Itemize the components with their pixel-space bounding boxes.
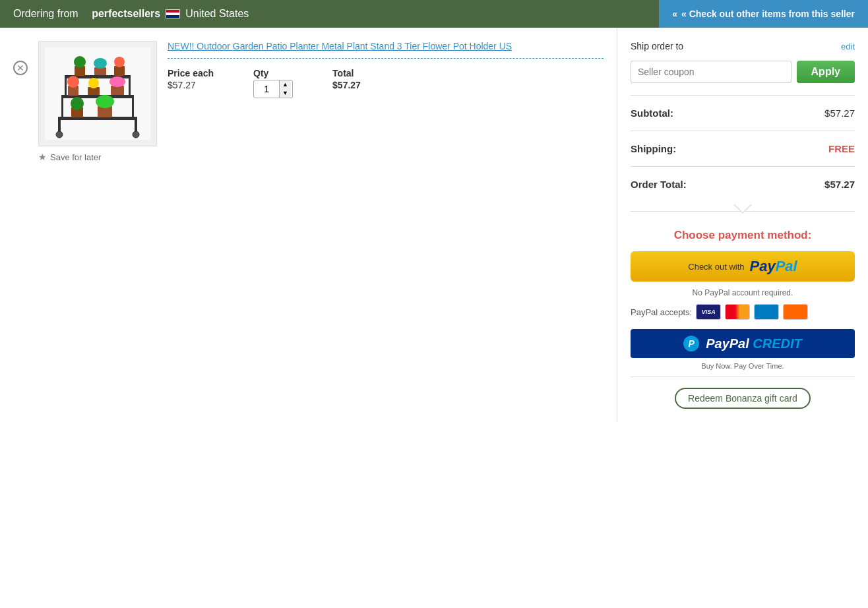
paypal-pay-text: Pay (750, 258, 776, 274)
us-flag-icon (166, 9, 180, 18)
paypal-text-white: PayPal (706, 336, 753, 351)
country-label: United States (185, 8, 249, 20)
check-out-other-items-link[interactable]: « Check out other items from this seller (659, 0, 868, 28)
subtotal-label: Subtotal: (631, 107, 673, 119)
qty-decrease-button[interactable]: ▼ (280, 89, 291, 98)
svg-point-17 (67, 76, 79, 88)
edit-ship-to-link[interactable]: edit (841, 42, 855, 51)
paypal-pal-text: Pal (776, 258, 797, 274)
subtotal-value: $57.27 (824, 107, 855, 119)
main-content: ✕ (0, 28, 868, 422)
apply-coupon-button[interactable]: Apply (797, 61, 855, 83)
redeem-gift-card-link[interactable]: Redeem Bonanza gift card (675, 388, 811, 409)
summary-divider-3 (631, 166, 855, 167)
triangle-divider (631, 204, 855, 216)
star-icon: ★ (38, 152, 47, 162)
coupon-row: Apply (631, 61, 855, 83)
svg-point-27 (114, 57, 125, 67)
triangle-shape (733, 204, 752, 214)
qty-label: Qty (253, 68, 293, 78)
no-paypal-account-text: No PayPal account required. (631, 288, 855, 297)
paypal-logo: PayPal (750, 258, 797, 275)
product-details: NEW!! Outdoor Garden Patio Planter Metal… (168, 41, 604, 98)
price-block: Price each $57.27 (168, 68, 214, 90)
paypal-accepts-label: PayPal accepts: (631, 307, 692, 317)
product-pricing: Price each $57.27 Qty ▲ ▼ (168, 68, 604, 98)
save-for-later-label: Save for later (50, 152, 101, 162)
svg-point-5 (133, 131, 139, 138)
order-total-row: Order Total: $57.27 (631, 173, 855, 195)
visa-icon: VISA (696, 304, 721, 320)
product-title-link[interactable]: NEW!! Outdoor Garden Patio Planter Metal… (168, 41, 604, 59)
paypal-checkout-button[interactable]: Check out with PayPal (631, 251, 855, 282)
order-total-value: $57.27 (824, 179, 855, 190)
svg-rect-2 (58, 117, 61, 133)
summary-divider-2 (631, 131, 855, 131)
amex-icon (754, 304, 779, 320)
svg-rect-10 (65, 75, 67, 95)
save-for-later-button[interactable]: ★ Save for later (38, 152, 157, 162)
shipping-label: Shipping: (631, 143, 676, 154)
svg-rect-20 (111, 86, 124, 95)
paypal-credit-text: PayPal CREDIT (706, 336, 802, 351)
price-value: $57.27 (168, 80, 214, 90)
svg-point-23 (74, 56, 86, 68)
svg-rect-26 (114, 66, 125, 76)
svg-rect-1 (58, 117, 137, 120)
discover-icon (783, 304, 808, 320)
paypal-credit-button[interactable]: P PayPal CREDIT (631, 329, 855, 358)
svg-point-25 (94, 58, 107, 69)
ship-to-row: Ship order to edit (631, 41, 855, 51)
mastercard-icon (725, 304, 750, 320)
product-row: ✕ (13, 41, 604, 162)
left-panel: ✕ (0, 28, 617, 422)
product-image-container: ★ Save for later (38, 41, 157, 162)
shipping-row: Shipping: FREE (631, 138, 855, 160)
summary-divider-1 (631, 95, 855, 96)
svg-point-19 (88, 78, 99, 88)
qty-input[interactable] (254, 82, 279, 96)
shipping-value: FREE (828, 143, 855, 154)
paypal-btn-text: Check out with (688, 262, 744, 272)
svg-rect-7 (61, 95, 63, 117)
credit-text: CREDIT (753, 336, 801, 351)
svg-point-13 (71, 97, 84, 110)
pp-logo-icon: P (683, 336, 699, 351)
buy-now-pay-over-time-text: Buy Now. Pay Over Time. (631, 362, 855, 377)
gift-card-row: Redeem Bonanza gift card (631, 388, 855, 409)
ship-to-label: Ship order to (631, 41, 683, 51)
qty-block: Qty ▲ ▼ (253, 68, 293, 98)
svg-point-21 (109, 76, 125, 87)
remove-item-button[interactable]: ✕ (13, 61, 28, 75)
payment-section: Choose payment method: Check out with Pa… (631, 229, 855, 409)
ordering-from-label: Ordering from (13, 8, 78, 20)
seller-info: Ordering from perfectsellers United Stat… (0, 0, 659, 28)
svg-rect-8 (132, 95, 134, 117)
qty-input-wrap: ▲ ▼ (253, 80, 293, 98)
page-header: Ordering from perfectsellers United Stat… (0, 0, 868, 28)
product-image (38, 41, 157, 146)
total-value: $57.27 (332, 80, 361, 90)
seller-name: perfectsellers (92, 8, 160, 20)
qty-arrows: ▲ ▼ (279, 80, 291, 98)
svg-point-15 (96, 95, 114, 108)
svg-rect-11 (129, 75, 131, 95)
payment-heading: Choose payment method: (631, 229, 855, 242)
qty-increase-button[interactable]: ▲ (280, 80, 291, 89)
svg-point-4 (56, 131, 63, 138)
svg-rect-3 (135, 117, 137, 133)
seller-coupon-input[interactable] (631, 61, 791, 83)
right-panel: Ship order to edit Apply Subtotal: $57.2… (617, 28, 868, 422)
price-each-label: Price each (168, 68, 214, 78)
order-total-label: Order Total: (631, 179, 687, 190)
subtotal-row: Subtotal: $57.27 (631, 102, 855, 124)
total-block: Total $57.27 (332, 68, 361, 90)
paypal-accepts-row: PayPal accepts: VISA (631, 304, 855, 320)
total-label: Total (332, 68, 361, 78)
product-image-svg (45, 47, 150, 140)
